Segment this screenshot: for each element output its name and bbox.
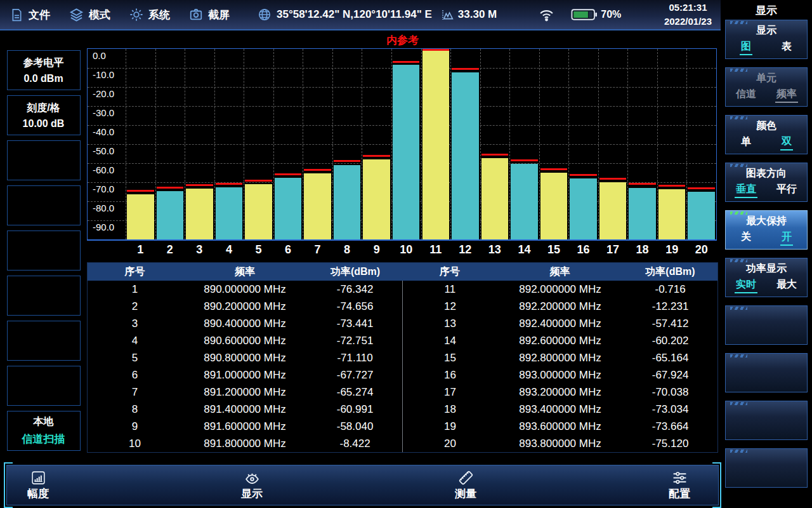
param-box-text: 参考电平	[23, 57, 64, 70]
softkey-color[interactable]: 颜色单双	[725, 115, 808, 154]
y-axis-tick-label: -80.0	[93, 203, 114, 213]
softkey-title: 功率显示	[726, 262, 807, 276]
gps-status: 35°58'12.42" N,120°10'11.94" E	[258, 8, 432, 22]
channel-bar	[688, 192, 715, 239]
max-hold-marker	[658, 185, 686, 187]
x-axis-tick-label: 9	[362, 243, 391, 257]
bottom-menu-display[interactable]: 显示	[241, 470, 263, 501]
menu-item-system[interactable]: 系统	[129, 8, 170, 22]
softkey-blank-2	[725, 353, 808, 392]
bottom-menu-label: 显示	[241, 486, 263, 501]
max-hold-marker	[570, 174, 597, 176]
table-cell: 2	[88, 300, 182, 313]
menu-item-mode[interactable]: 模式	[69, 8, 110, 22]
bottom-menu-bar: 幅度显示测量配置	[6, 465, 719, 505]
battery-icon	[571, 8, 598, 21]
bottom-menu-config[interactable]: 配置	[669, 470, 690, 501]
softkey-options: 实时最大	[726, 278, 807, 293]
gridline-vertical	[539, 49, 540, 239]
battery-percent: 70%	[601, 9, 621, 20]
wifi-icon	[539, 7, 554, 23]
option-channel[interactable]: 信道	[735, 88, 757, 102]
param-box-scale-per-div[interactable]: 刻度/格10.00 dB	[7, 95, 81, 135]
param-box-blank-5	[7, 321, 81, 361]
table-cell: -73.441	[308, 318, 402, 330]
max-hold-marker	[393, 61, 420, 63]
time-value: 05:21:31	[664, 1, 712, 15]
x-axis-tick-label: 10	[391, 243, 421, 257]
table-cell: 891.200000 MHz	[182, 386, 308, 399]
table-cell: 12	[403, 300, 497, 313]
altitude-value: 33.30 M	[458, 8, 497, 21]
table-cell: -12.231	[623, 300, 717, 313]
option-table[interactable]: 表	[780, 40, 793, 54]
channel-bar	[599, 182, 627, 239]
max-hold-marker	[304, 169, 331, 171]
max-hold-marker	[157, 187, 184, 189]
table-cell: -65.164	[623, 352, 717, 364]
gridline-vertical	[598, 49, 599, 239]
bottom-menu-amplitude[interactable]: 幅度	[27, 470, 49, 501]
y-axis-tick-label: -40.0	[93, 126, 114, 137]
y-axis-tick-label: -70.0	[93, 184, 114, 194]
param-box-blank-4	[7, 276, 81, 316]
option-off[interactable]: 关	[740, 231, 752, 244]
max-hold-marker	[275, 173, 302, 175]
softkey-max-hold[interactable]: 最大保持关开	[725, 210, 808, 250]
max-hold-marker	[127, 190, 154, 192]
table-cell: -57.412	[623, 318, 717, 330]
x-axis-tick-label: 18	[627, 243, 657, 257]
option-single[interactable]: 单	[740, 135, 752, 149]
option-on[interactable]: 开	[780, 231, 793, 246]
table-cell: 891.800000 MHz	[182, 438, 308, 450]
channel-bar	[275, 178, 302, 239]
softkey-blank-3	[725, 401, 808, 440]
option-graph[interactable]: 图	[740, 40, 752, 55]
softkey-chart-orientation[interactable]: 图表方向垂直平行	[725, 163, 808, 202]
menu-item-file[interactable]: 文件	[10, 8, 50, 22]
menu-item-screenshot[interactable]: 截屏	[189, 8, 230, 22]
param-box-ref-level[interactable]: 参考电平0.0 dBm	[7, 50, 81, 90]
softkey-blank-4	[725, 448, 808, 488]
option-dual[interactable]: 双	[780, 135, 793, 150]
bottom-menu-measure[interactable]: 测量	[455, 470, 476, 501]
option-vertical[interactable]: 垂直	[735, 183, 757, 198]
table-cell: -70.038	[623, 386, 717, 399]
channel-bar	[540, 173, 568, 239]
table-header-cell: 功率(dBm)	[623, 265, 717, 279]
table-cell: -65.274	[308, 386, 402, 399]
table-cell: 18	[403, 403, 497, 416]
table-cell: -73.664	[623, 420, 717, 433]
softkey-unit[interactable]: 单元信道频率	[725, 67, 808, 107]
softkey-display-mode[interactable]: 显示图表	[725, 20, 808, 59]
option-max[interactable]: 最大	[775, 278, 798, 292]
table-cell: 19	[403, 420, 497, 433]
param-box-text: 本地	[34, 415, 54, 429]
max-hold-marker	[688, 187, 715, 189]
app-window: 文件模式系统截屏 35°58'12.42" N,120°10'11.94" E …	[0, 0, 812, 508]
softkey-options: 单双	[726, 135, 807, 150]
option-realtime[interactable]: 实时	[735, 278, 757, 293]
table-cell: -72.751	[308, 335, 402, 347]
y-axis-tick-label: -50.0	[93, 145, 114, 156]
channel-bar	[422, 50, 450, 239]
option-parallel[interactable]: 平行	[775, 183, 798, 197]
channel-bar	[481, 158, 509, 239]
option-frequency[interactable]: 频率	[775, 88, 798, 103]
x-axis-tick-label: 19	[657, 243, 687, 257]
top-bar: 文件模式系统截屏 35°58'12.42" N,120°10'11.94" E …	[0, 0, 721, 30]
table-cell: 890.400000 MHz	[182, 318, 308, 330]
x-axis-tick-label: 4	[214, 243, 244, 257]
gridline-vertical	[362, 49, 362, 239]
param-box-text: 10.00 dB	[23, 118, 65, 130]
gridline-vertical	[509, 49, 510, 239]
max-hold-marker	[186, 184, 213, 186]
menu-item-label: 截屏	[208, 8, 230, 22]
param-box-scan-mode[interactable]: 本地信道扫描	[7, 411, 81, 451]
table-cell: 890.800000 MHz	[182, 352, 308, 364]
table-cell: 7	[88, 386, 182, 399]
max-hold-marker	[629, 183, 656, 185]
left-parameter-panel: 参考电平0.0 dBm刻度/格10.00 dB本地信道扫描	[0, 30, 87, 459]
channel-bar	[511, 164, 538, 239]
softkey-power-display[interactable]: 功率显示实时最大	[725, 258, 808, 297]
